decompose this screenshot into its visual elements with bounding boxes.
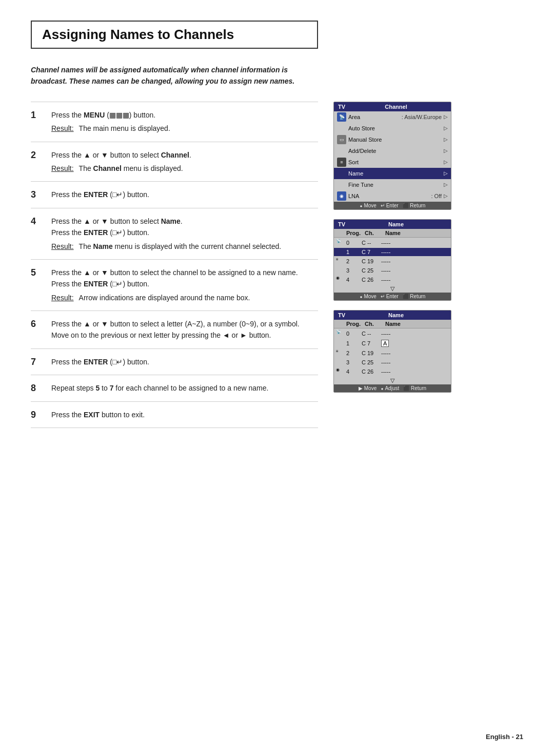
- step-number-7: 7: [31, 356, 45, 367]
- step-number-5: 5: [31, 267, 45, 278]
- menu-row-autostore: Auto Store ▷: [334, 123, 451, 134]
- step-number-3: 3: [31, 189, 45, 200]
- step-4-content: Press the ▲ or ▼ button to select Name. …: [51, 216, 318, 252]
- icon3-row0: 📡: [336, 329, 344, 338]
- screen2-footer: ⬥ Move ↵ Enter ⬛ Return: [334, 293, 451, 300]
- step-7: 7 Press the ENTER (□↵) button.: [31, 349, 318, 375]
- step-3-content: Press the ENTER (□↵) button.: [51, 189, 318, 200]
- icon-lna: ◉: [337, 191, 346, 201]
- screen3-row-0: 📡 0 C -- -----: [334, 328, 451, 339]
- screen2-col-headers: Prog. Ch. Name: [334, 229, 451, 238]
- screen2-down-arrow: ▽: [334, 285, 451, 293]
- screen3-footer: ▶ Move ⬥ Adjust ⬛ Return: [334, 384, 451, 392]
- step-number-9: 9: [31, 409, 45, 420]
- page-title-box: Assigning Names to Channels: [31, 21, 318, 49]
- screen3-header: TV Name: [334, 311, 451, 320]
- icon3-row4: ◉: [336, 367, 344, 376]
- step-2-result: Result: The Channel menu is displayed.: [51, 163, 318, 174]
- menu-row-finetune: Fine Tune ▷: [334, 179, 451, 190]
- step-3: 3 Press the ENTER (□↵) button.: [31, 182, 318, 208]
- screen3-row-3: 3 C 25 -----: [334, 358, 451, 366]
- icon-film: ▭: [337, 135, 346, 144]
- step-number-4: 4: [31, 216, 45, 227]
- step-number-2: 2: [31, 149, 45, 161]
- screen1-header: TV Channel: [334, 102, 451, 111]
- menu-row-name: Name ▷: [334, 168, 451, 179]
- menu-row-sort: ≡ Sort ▷: [334, 157, 451, 168]
- step-9-content: Press the EXIT button to exit.: [51, 409, 318, 420]
- step-number-1: 1: [31, 109, 45, 121]
- col-prog-3: Prog.: [346, 321, 365, 327]
- step-5: 5 Press the ▲ or ▼ button to select the …: [31, 260, 318, 311]
- tv-screen-1: TV Channel 📡 Area : Asia/W.Europe ▷ Auto…: [333, 102, 451, 210]
- screen3-down-arrow: ▽: [334, 377, 451, 384]
- step-4: 4 Press the ▲ or ▼ button to select Name…: [31, 208, 318, 260]
- screen3-row-4: ◉ 4 C 26 -----: [334, 366, 451, 377]
- col-prog: Prog.: [346, 230, 365, 236]
- step-8-content: Repeat steps 5 to 7 for each channel to …: [51, 382, 318, 394]
- icon-row0: 📡: [336, 239, 344, 247]
- menu-row-manualstore: ▭ Manual Store ▷: [334, 134, 451, 145]
- step-8: 8 Repeat steps 5 to 7 for each channel t…: [31, 375, 318, 401]
- step-1-result: Result: The main menu is displayed.: [51, 123, 318, 134]
- icon-row2: ≡: [336, 257, 344, 265]
- screen2-row-0: 📡 0 C -- -----: [334, 238, 451, 248]
- step-5-result: Result: Arrow indications are displayed …: [51, 292, 318, 303]
- screen2-header: TV Name: [334, 220, 451, 229]
- page-footer: English - 21: [486, 733, 523, 741]
- page-title: Assigning Names to Channels: [42, 27, 307, 43]
- icon-row4: ◉: [336, 276, 344, 284]
- main-content: 1 Press the MENU (▦▦▦) button. Result: T…: [31, 102, 523, 428]
- menu-row-lna: ◉ LNA : Off ▷: [334, 190, 451, 202]
- step-number-6: 6: [31, 318, 45, 329]
- steps-column: 1 Press the MENU (▦▦▦) button. Result: T…: [31, 102, 318, 428]
- step-4-result: Result: The Name menu is displayed with …: [51, 241, 318, 252]
- name-input-box: A: [381, 340, 389, 347]
- screen1-body: 📡 Area : Asia/W.Europe ▷ Auto Store ▷ ▭ …: [334, 111, 451, 202]
- col-name-3: Name: [385, 321, 449, 327]
- step-6: 6 Press the ▲ or ▼ button to select a le…: [31, 311, 318, 349]
- screen2-body: Prog. Ch. Name 📡 0 C -- ----- 1 C 7: [334, 229, 451, 293]
- step-7-content: Press the ENTER (□↵) button.: [51, 356, 318, 367]
- screen2-row-4: ◉ 4 C 26 -----: [334, 275, 451, 285]
- step-number-8: 8: [31, 382, 45, 394]
- step-2: 2 Press the ▲ or ▼ button to select Chan…: [31, 142, 318, 182]
- step-6-content: Press the ▲ or ▼ button to select a lett…: [51, 318, 318, 341]
- col-ch: Ch.: [365, 230, 385, 236]
- intro-paragraph: Channel names will be assigned automatic…: [31, 64, 318, 87]
- screen2-row-1: 1 C 7 -----: [334, 248, 451, 256]
- step-9: 9 Press the EXIT button to exit.: [31, 402, 318, 428]
- tv-screen-2: TV Name Prog. Ch. Name 📡 0: [333, 219, 451, 301]
- col-name: Name: [385, 230, 449, 236]
- screen2-row-3: 3 C 25 -----: [334, 266, 451, 275]
- icon-sort: ≡: [337, 158, 346, 167]
- screen3-row-2: ≡ 2 C 19 -----: [334, 348, 451, 358]
- step-5-content: Press the ▲ or ▼ button to select the ch…: [51, 267, 318, 303]
- screen3-body: Prog. Ch. Name 📡 0 C -- ----- 1 C 7: [334, 320, 451, 384]
- screen1-footer: ⬥ Move ↵ Enter ⬛ Return: [334, 202, 451, 209]
- screen3-row-1: 1 C 7 A: [334, 339, 451, 348]
- menu-row-area: 📡 Area : Asia/W.Europe ▷: [334, 111, 451, 123]
- icon-antenna: 📡: [337, 112, 346, 122]
- menu-row-adddelete: Add/Delete ▷: [334, 145, 451, 157]
- icon3-row2: ≡: [336, 349, 344, 357]
- step-1: 1 Press the MENU (▦▦▦) button. Result: T…: [31, 102, 318, 142]
- step-2-content: Press the ▲ or ▼ button to select Channe…: [51, 149, 318, 175]
- screens-column: TV Channel 📡 Area : Asia/W.Europe ▷ Auto…: [333, 102, 523, 393]
- tv-screen-3: TV Name Prog. Ch. Name 📡 0: [333, 310, 451, 393]
- screen2-row-2: ≡ 2 C 19 -----: [334, 256, 451, 266]
- screen3-col-headers: Prog. Ch. Name: [334, 320, 451, 328]
- col-ch-3: Ch.: [365, 321, 385, 327]
- step-1-content: Press the MENU (▦▦▦) button. Result: The…: [51, 109, 318, 134]
